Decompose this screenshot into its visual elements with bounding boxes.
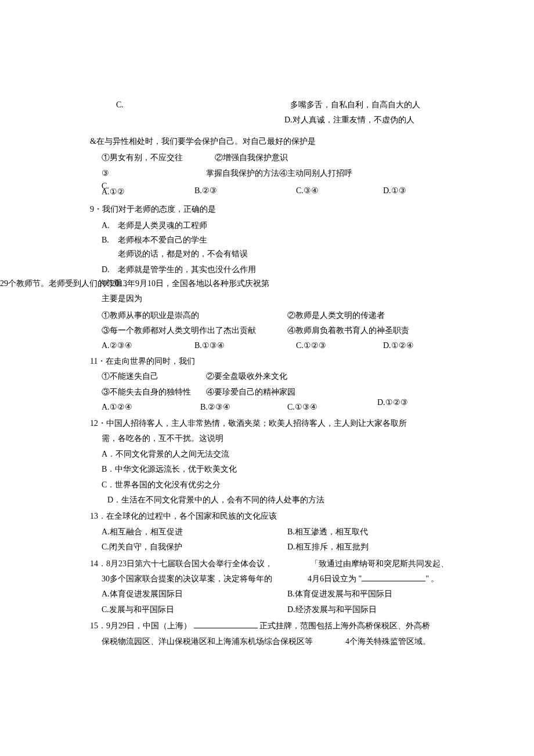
q12-opt-b: B．中华文化源远流长，优于欧美文化 bbox=[0, 463, 534, 476]
q9-letter-d: D. bbox=[102, 263, 118, 276]
q12-stem-l1: 12・中国人招待客人，主人非常热情，敬酒夹菜；欧美人招待客人，主人则让大家各取所 bbox=[0, 417, 534, 430]
q14-opt-a: A.体育促进发展国际日 bbox=[0, 588, 287, 601]
q9-text-d: 老师就是管学生的，其实也没什么作用 bbox=[118, 263, 256, 276]
q10-item1: ①教师从事的职业是崇高的 bbox=[0, 309, 287, 322]
q8-items-row1: ①男女有别，不应交往 ②增强自我保护意识 bbox=[0, 151, 534, 164]
q13-opt-a: A.相互融合，相互促进 bbox=[0, 526, 287, 538]
q10-opt-a: A.②③④ bbox=[102, 339, 194, 352]
q8-item1: ①男女有别，不应交往 bbox=[102, 151, 215, 164]
q14-options-row1: A.体育促进发展国际日 B.体育促进发展与和平国际日 bbox=[0, 588, 534, 601]
q9-stem: 9・我们对于老师的态度，正确的是 bbox=[0, 203, 534, 216]
q12-stem-l2: 需，各吃各的，互不干扰。这说明 bbox=[0, 432, 534, 445]
q10-items-row1: ①教师从事的职业是崇高的 ②教师是人类文明的传递者 bbox=[0, 309, 534, 322]
q14-options-row2: C.发展与和平国际日 D.经济发展与和平国际日 bbox=[0, 603, 534, 616]
q10-options: A.②③④ B.①③④ C.①②③ D.①②④ bbox=[0, 339, 534, 352]
q11-items-row2: ③不能失去自身的独特性 ④要珍爱自己的精神家园 bbox=[0, 386, 534, 399]
q10-opt-d: D.①②④ bbox=[383, 339, 464, 352]
q12-opt-c: C．世界各国的文化没有优劣之分 bbox=[0, 479, 534, 491]
q7-option-d: D.对人真诚，注重友情，不虚伪的人 bbox=[0, 114, 534, 126]
q14-opt-c: C.发展与和平国际日 bbox=[0, 603, 287, 616]
q15-stem-l2: 保税物流园区、洋山保税港区和上海浦东机场综合保税区等 4个海关特殊监管区域。 bbox=[0, 635, 534, 648]
q15-blank bbox=[194, 620, 258, 628]
q9-option-b: B. 老师根本不爱自己的学生 bbox=[0, 234, 534, 247]
q11-opt-d: D.①②③ bbox=[377, 396, 408, 409]
q9-option-a: A. 老师是人类灵魂的工程师 bbox=[0, 219, 534, 232]
q11-item4: ④要珍爱自己的精神家园 bbox=[206, 386, 295, 399]
q8-options-row: C. A.①② B.②③ C.③④ D.①③ bbox=[0, 182, 534, 195]
q11-opt-c: C.①③④ bbox=[287, 401, 317, 414]
q13-opt-d: D.相互排斥，相互批判 bbox=[287, 541, 369, 554]
q13-opt-c: C.闭关自守，自我保护 bbox=[0, 541, 287, 554]
q9-text-b: 老师根本不爱自己的学生 bbox=[118, 234, 207, 247]
q15-stem-l2-left: 保税物流园区、洋山保税港区和上海浦东机场综合保税区等 bbox=[102, 635, 345, 648]
q8-opt-c: C.③④ bbox=[296, 185, 319, 197]
q11-items-row1: ①不能迷失自己 ②要全盘吸收外来文化 bbox=[0, 370, 534, 383]
q9-extra-c: 老师说的话，都是对的，不会有错误 bbox=[0, 248, 534, 261]
q9-letter-b: B. bbox=[102, 234, 118, 247]
q11-item1: ①不能迷失自己 bbox=[102, 370, 206, 383]
q14-opt-b: B.体育促进发展与和平国际日 bbox=[287, 588, 392, 601]
q11-options: A.①②④ B.②③④ C.①③④ D.①②③ bbox=[0, 401, 534, 414]
q14-stem-l2-left: 30多个国家联合提案的决议草案，决定将每年的 bbox=[102, 573, 308, 585]
q8-item3-prefix: ③ bbox=[102, 167, 206, 180]
q11-item3: ③不能失去自身的独特性 bbox=[102, 386, 206, 399]
q14-stem-l1-right: 「致通过由摩纳哥和突尼斯共同发起、 bbox=[311, 558, 449, 570]
q10-stem-row: 29个教师节。老师受到人们的尊重， 10. 2013年9月10日，全国各地以各种… bbox=[0, 277, 534, 290]
q15-stem-l1-pre: 15．9月29日，中国（上海） bbox=[90, 621, 192, 630]
q9-letter-a: A. bbox=[102, 219, 118, 232]
document-page: C. 多嘴多舌，自私自利，自高自大的人 D.对人真诚，注重友情，不虚伪的人 &在… bbox=[0, 0, 534, 648]
q14-blank bbox=[362, 573, 425, 581]
q8-opt-b: B.②③ bbox=[194, 185, 217, 197]
q14-stem-l2: 30多个国家联合提案的决议草案，决定将每年的 4月6日设立为 " " 。 bbox=[0, 573, 534, 585]
q11-opt-b: B.②③④ bbox=[200, 401, 230, 414]
q10-item4: ④教师肩负着教书育人的神圣职责 bbox=[287, 324, 409, 337]
q11-opt-a: A.①②④ bbox=[102, 401, 132, 414]
q12-opt-d: D．生活在不同文化背景中的人，会有不同的待人处事的方法 bbox=[0, 494, 534, 507]
q7-option-c-label: C. bbox=[0, 99, 290, 111]
q14-stem-l1: 14．8月23日第六十七届联合国大会举行全体会议， 「致通过由摩纳哥和突尼斯共同… bbox=[0, 558, 534, 570]
q10-line2: 主要是因为 bbox=[0, 292, 534, 305]
q10-side-text: 29个教师节。老师受到人们的尊重， bbox=[0, 277, 130, 290]
q10-item2: ②教师是人类文明的传递者 bbox=[287, 309, 385, 322]
q14-stem-l1-left: 14．8月23日第六十七届联合国大会举行全体会议， bbox=[0, 558, 311, 570]
q12-opt-a: A．不同文化背景的人之间无法交流 bbox=[0, 448, 534, 461]
q7-option-c-row: C. 多嘴多舌，自私自利，自高自大的人 bbox=[0, 99, 534, 111]
q10-items-row2: ③每一个教师都对人类文明作出了杰出贡献 ④教师肩负着教书育人的神圣职责 bbox=[0, 324, 534, 337]
q15-stem-l1: 15．9月29日，中国（上海） 正式挂牌，范围包括上海外高桥保税区、外高桥 bbox=[0, 620, 534, 632]
q9-text-a: 老师是人类灵魂的工程师 bbox=[118, 219, 207, 232]
q9-option-d: D. 老师就是管学生的，其实也没什么作用 bbox=[0, 263, 534, 276]
q11-stem: 11・在走向世界的同时，我们 bbox=[0, 355, 534, 368]
q14-stem-l2-end: " 。 bbox=[425, 573, 439, 585]
q8-opt-a: A.①② bbox=[102, 186, 125, 198]
q10-item3: ③每一个教师都对人类文明作出了杰出贡献 bbox=[0, 324, 287, 337]
q8-items-row2: ③ 掌握自我保护的方法④主动同别人打招呼 bbox=[0, 167, 534, 180]
q15-stem-l2-right: 4个海关特殊监管区域。 bbox=[345, 635, 431, 648]
q10-opt-c: C.①②③ bbox=[296, 339, 383, 352]
q13-opt-b: B.相互渗透，相互取代 bbox=[287, 526, 368, 538]
q8-item2: ②增强自我保护意识 bbox=[215, 151, 288, 164]
q13-options-row1: A.相互融合，相互促进 B.相互渗透，相互取代 bbox=[0, 526, 534, 538]
q8-stem: &在与异性相处时，我们要学会保护自己。对自己最好的保护是 bbox=[0, 135, 534, 148]
q7-option-c-text: 多嘴多舌，自私自利，自高自大的人 bbox=[290, 99, 420, 111]
q13-stem: 13．在全球化的过程中，各个国家和民族的文化应该 bbox=[0, 510, 534, 523]
q10-opt-b: B.①③④ bbox=[194, 339, 296, 352]
q13-options-row2: C.闭关自守，自我保护 D.相互排斥，相互批判 bbox=[0, 541, 534, 554]
q8-item3-rest: 掌握自我保护的方法④主动同别人打招呼 bbox=[206, 167, 352, 180]
q11-item2: ②要全盘吸收外来文化 bbox=[206, 370, 287, 383]
q15-stem-l1-post: 正式挂牌，范围包括上海外高桥保税区、外高桥 bbox=[259, 621, 430, 630]
q14-stem-l2-mid: 4月6日设立为 " bbox=[308, 573, 362, 585]
q14-opt-d: D.经济发展与和平国际日 bbox=[287, 603, 377, 616]
q8-opt-d: D.①③ bbox=[383, 185, 406, 197]
